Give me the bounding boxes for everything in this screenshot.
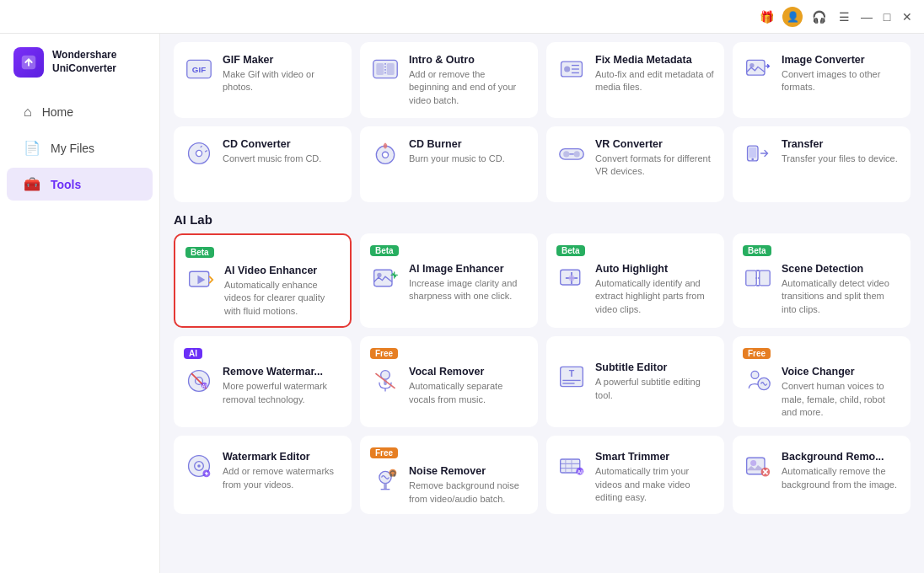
card-noise-remover[interactable]: Free 🎧 Noise Remover	[360, 436, 538, 514]
card-watermark-editor[interactable]: Watermark Editor Add or remove watermark…	[174, 436, 352, 514]
voice-changer-desc: Convert human voices to male, female, ch…	[782, 380, 900, 419]
vocal-remover-desc: Automatically separate vocals from music…	[409, 380, 528, 406]
transfer-desc: Transfer your files to device.	[782, 153, 898, 165]
sidebar-item-tools[interactable]: 🧰 Tools	[7, 168, 153, 201]
card-voice-changer[interactable]: Free Voice Changer Convert human voices …	[733, 336, 911, 427]
ai-video-enhancer-icon	[185, 265, 216, 295]
card-transfer[interactable]: Transfer Transfer your files to device.	[733, 126, 911, 202]
svg-rect-29	[374, 270, 392, 286]
card-cd-converter[interactable]: CD Converter Convert music from CD.	[174, 126, 352, 202]
sidebar-item-my-files-label: My Files	[51, 142, 94, 155]
card-vr-converter[interactable]: VR Converter Convert formats for differe…	[546, 126, 724, 202]
card-fix-media-metadata[interactable]: Fix Media Metadata Auto-fix and edit met…	[546, 42, 724, 118]
scene-detection-badge: Beta	[743, 245, 771, 256]
vr-converter-title: VR Converter	[595, 138, 714, 150]
menu-icon[interactable]: ☰	[835, 8, 853, 26]
svg-point-26	[751, 158, 754, 161]
svg-point-34	[568, 275, 574, 281]
intro-outro-desc: Add or remove the beginning and end of y…	[409, 68, 528, 107]
svg-rect-5	[387, 63, 395, 75]
minimize-button[interactable]: —	[860, 10, 873, 24]
fix-media-metadata-title: Fix Media Metadata	[595, 54, 714, 66]
sidebar-item-home[interactable]: ⌂ Home	[7, 96, 153, 128]
smart-trimmer-desc: Automatically trim your videos and make …	[595, 465, 714, 504]
remove-watermark-desc: More powerful watermark removal technolo…	[223, 380, 341, 406]
close-button[interactable]: ✕	[900, 10, 914, 24]
svg-text:T: T	[569, 368, 575, 378]
svg-rect-4	[376, 63, 384, 75]
cd-tools-grid: CD Converter Convert music from CD.	[174, 126, 911, 202]
card-intro-outro[interactable]: Intro & Outro Add or remove the beginnin…	[360, 42, 538, 118]
svg-rect-35	[746, 270, 756, 286]
svg-text:AI: AI	[202, 383, 207, 388]
card-cd-burner[interactable]: CD Burner Burn your music to CD.	[360, 126, 538, 202]
noise-remover-icon: 🎧	[370, 465, 400, 495]
cd-burner-title: CD Burner	[409, 138, 505, 150]
svg-point-53	[751, 372, 759, 379]
ai-video-enhancer-desc: Automatically enhance videos for clearer…	[224, 279, 340, 318]
card-smart-trimmer[interactable]: AI Smart Trimmer Automatically trim your…	[546, 436, 724, 514]
top-tools-grid: GIF GIF Maker Make Gif with video or pho…	[174, 42, 911, 118]
ai-image-enhancer-icon	[370, 263, 400, 293]
voice-changer-title: Voice Changer	[782, 366, 900, 378]
voice-changer-icon	[743, 366, 773, 396]
remove-watermark-icon: AI	[184, 366, 214, 396]
noise-remover-badge: Free	[370, 447, 398, 458]
scene-detection-desc: Automatically detect video transitions a…	[782, 277, 900, 316]
card-gif-maker[interactable]: GIF GIF Maker Make Gif with video or pho…	[174, 42, 352, 118]
auto-highlight-title: Auto Highlight	[595, 263, 714, 275]
svg-text:AI: AI	[578, 469, 583, 474]
vocal-remover-title: Vocal Remover	[409, 366, 528, 378]
logo-area: Wondershare UniConverter	[0, 47, 159, 94]
intro-outro-title: Intro & Outro	[409, 54, 528, 66]
smart-trimmer-title: Smart Trimmer	[595, 451, 714, 463]
sidebar-item-my-files[interactable]: 📄 My Files	[7, 131, 153, 164]
ai-lab-label: AI Lab	[174, 212, 911, 227]
transfer-title: Transfer	[782, 138, 898, 150]
cd-burner-icon	[370, 138, 400, 169]
card-image-converter[interactable]: Image Converter Convert images to other …	[733, 42, 911, 118]
remove-watermark-badge: AI	[184, 348, 202, 359]
intro-outro-icon	[370, 54, 400, 84]
noise-remover-desc: Remove background noise from video/audio…	[409, 479, 528, 506]
svg-point-8	[564, 66, 570, 72]
headphone-icon[interactable]: 🎧	[809, 8, 828, 26]
editor-tools-grid: Watermark Editor Add or remove watermark…	[174, 436, 911, 514]
ai-lab-grid: Beta AI Video Enhancer Automatically enh…	[174, 233, 911, 328]
svg-point-22	[574, 151, 580, 157]
svg-point-19	[382, 152, 388, 158]
gift-icon[interactable]: 🎁	[757, 8, 776, 26]
ai-image-enhancer-badge: Beta	[370, 245, 399, 256]
vocal-remover-badge: Free	[370, 348, 398, 359]
cd-converter-icon	[184, 138, 214, 169]
card-ai-video-enhancer[interactable]: Beta AI Video Enhancer Automatically enh…	[174, 233, 352, 328]
titlebar-action-icons: 🎁 👤 🎧 ☰ — □ ✕	[757, 7, 914, 27]
sidebar-item-home-label: Home	[42, 105, 73, 119]
ai-image-enhancer-desc: Increase image clarity and sharpness wit…	[409, 277, 528, 303]
svg-rect-62	[384, 484, 387, 490]
watermark-editor-icon	[184, 451, 214, 481]
smart-trimmer-icon: AI	[556, 451, 587, 481]
fix-media-metadata-icon	[556, 54, 587, 84]
card-background-remover[interactable]: Background Remo... Automatically remove …	[733, 436, 911, 514]
home-icon: ⌂	[24, 104, 32, 120]
user-avatar-icon[interactable]: 👤	[782, 7, 803, 27]
background-remover-icon	[743, 451, 773, 481]
app-body: Wondershare UniConverter ⌂ Home 📄 My Fil…	[0, 34, 924, 573]
svg-point-57	[197, 465, 201, 469]
titlebar: 🎁 👤 🎧 ☰ — □ ✕	[0, 0, 924, 34]
maximize-button[interactable]: □	[880, 10, 894, 24]
card-remove-watermark[interactable]: AI AI Remove Watermar... More powe	[174, 336, 352, 427]
card-vocal-remover[interactable]: Free Vocal Remover Automatically	[360, 336, 538, 427]
card-auto-highlight[interactable]: Beta Auto Highlight Automatically identi…	[546, 233, 724, 328]
card-ai-image-enhancer[interactable]: Beta AI Image Enhancer Increase image cl…	[360, 233, 538, 328]
gif-maker-title: GIF Maker	[223, 54, 341, 66]
card-subtitle-editor[interactable]: T Subtitle Editor A powerful subtitle ed…	[546, 336, 724, 427]
remove-watermark-title: Remove Watermar...	[223, 366, 341, 378]
ai-video-enhancer-badge: Beta	[185, 247, 214, 258]
card-scene-detection[interactable]: Beta Scene Detection Automaticall	[733, 233, 911, 328]
gif-maker-icon: GIF	[184, 54, 214, 84]
svg-point-30	[377, 273, 381, 277]
image-converter-title: Image Converter	[782, 54, 900, 66]
watermark-editor-title: Watermark Editor	[223, 451, 341, 463]
